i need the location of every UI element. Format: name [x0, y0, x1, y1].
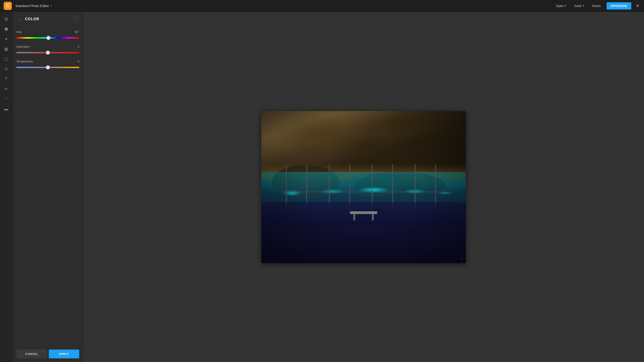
apply-button[interactable]: APPLY — [49, 350, 80, 358]
temperature-value: 0 — [78, 60, 79, 63]
save-button[interactable]: Save ▾ — [572, 3, 586, 9]
text-icon[interactable]: T — [2, 74, 11, 83]
reset-button[interactable]: Reset — [590, 3, 603, 9]
color-panel: ‹ COLOR ? Hue 92° Saturatio — [13, 12, 83, 362]
grid-icon[interactable]: ▦ — [2, 44, 11, 53]
saturation-value: 0 — [78, 45, 79, 48]
app-title-area: Standard Photo Editor ▾ — [16, 4, 52, 8]
layers-icon[interactable]: ⊞ — [2, 14, 11, 23]
panel-actions: CANCEL APPLY — [13, 346, 83, 362]
help-button[interactable]: ? — [73, 16, 79, 22]
bench-seat — [350, 211, 377, 214]
panel-title: COLOR — [25, 17, 70, 21]
temperature-row: Temperature 0 — [16, 60, 79, 63]
photo-frame: ✦ — [261, 111, 466, 263]
temperature-label: Temperature — [16, 60, 33, 63]
panel-content: Hue 92° Saturation 0 Temperature — [13, 26, 83, 346]
canvas-area: ✦ — [83, 12, 644, 362]
saturation-slider[interactable] — [16, 52, 79, 53]
back-button[interactable]: ‹ — [16, 16, 23, 22]
temperature-slider-group: Temperature 0 — [16, 60, 79, 69]
icon-sidebar: ⊞ ⧉ ✦ ▦ ▢ ⊙ T ✏ ♡ ▬ — [0, 12, 13, 362]
app-logo: C — [4, 2, 12, 10]
magic-icon[interactable]: ✦ — [2, 34, 11, 43]
bench-leg-right — [372, 214, 374, 220]
upgrade-button[interactable]: UPGRADE — [606, 2, 632, 9]
photo-background: ✦ — [261, 111, 466, 263]
watermark: ✦ — [460, 258, 462, 261]
hue-row: Hue 92° — [16, 30, 79, 33]
back-icon: ‹ — [19, 17, 20, 21]
menu-button[interactable]: ≡ — [635, 2, 640, 10]
bench — [350, 211, 377, 220]
open-button[interactable]: Open ▾ — [554, 3, 568, 9]
panel-header: ‹ COLOR ? — [13, 12, 83, 26]
main-area: ⊞ ⧉ ✦ ▦ ▢ ⊙ T ✏ ♡ ▬ ‹ COLOR ? Hue — [0, 12, 644, 362]
topbar: C Standard Photo Editor ▾ Open ▾ Save ▾ … — [0, 0, 644, 12]
heart-icon[interactable]: ♡ — [2, 94, 11, 103]
saturation-label: Saturation — [16, 45, 30, 48]
title-chevron[interactable]: ▾ — [50, 4, 52, 7]
brush-icon[interactable]: ✏ — [2, 84, 11, 93]
cancel-button[interactable]: CANCEL — [16, 350, 47, 358]
app-title: Standard Photo Editor — [16, 4, 49, 8]
frame-icon[interactable]: ▢ — [2, 54, 11, 63]
camera-icon[interactable]: ⊙ — [2, 64, 11, 73]
hue-value: 92° — [75, 30, 79, 33]
help-icon: ? — [75, 17, 77, 21]
temperature-slider[interactable] — [16, 67, 79, 68]
saturation-slider-group: Saturation 0 — [16, 45, 79, 54]
hue-slider[interactable] — [16, 37, 79, 38]
adjustments-icon[interactable]: ⧉ — [2, 24, 11, 33]
hue-label: Hue — [16, 30, 22, 33]
saturation-row: Saturation 0 — [16, 45, 79, 48]
filmstrip-icon[interactable]: ▬ — [2, 104, 11, 113]
hue-slider-group: Hue 92° — [16, 30, 79, 39]
bench-leg-left — [353, 214, 355, 220]
